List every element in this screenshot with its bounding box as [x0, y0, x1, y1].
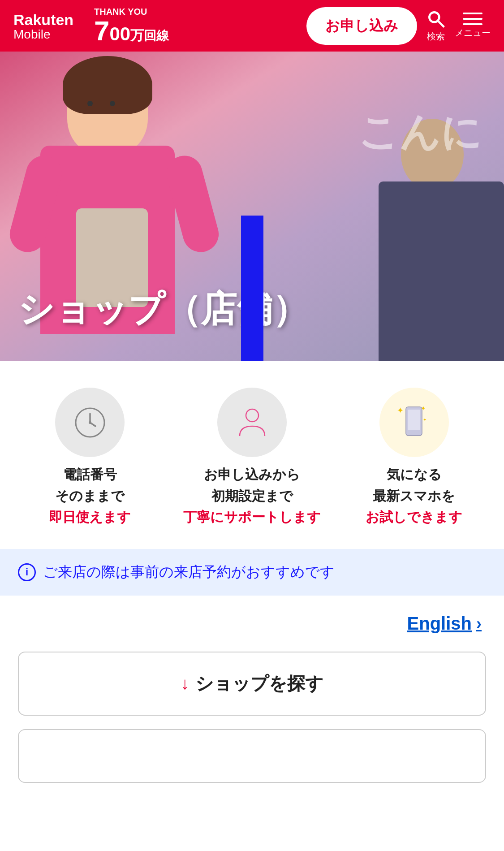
feature-phone-icon-circle: ✦ ✦ ✦ [379, 388, 449, 457]
second-box[interactable] [18, 729, 486, 783]
feature-phone-line3: 即日使えます [49, 508, 131, 527]
clock-icon [72, 405, 108, 441]
support-icon [234, 405, 270, 441]
menu-button[interactable]: メニュー [455, 13, 491, 39]
header: Rakuten Mobile THANK YOU 7 0 0 万 回線 お申し込… [0, 0, 504, 52]
svg-text:✦: ✦ [421, 405, 426, 412]
logo-area: Rakuten Mobile THANK YOU 7 0 0 万 回線 [13, 7, 169, 45]
rakuten-logo: Rakuten Mobile [13, 8, 90, 43]
sparkle-phone-icon: ✦ ✦ ✦ [396, 403, 432, 441]
feature-support-text: お申し込みから 初期設定まで 丁寧にサポートします [183, 465, 321, 527]
feature-phone-line2: そのままで [55, 487, 125, 505]
svg-text:✦: ✦ [423, 417, 426, 422]
feature-try-line3: お試しできます [366, 508, 462, 527]
feature-support: お申し込みから 初期設定まで 丁寧にサポートします [176, 388, 329, 527]
feature-phone-text: 電話番号 そのままで 即日使えます [49, 465, 131, 527]
svg-rect-4 [241, 216, 263, 361]
svg-point-10 [246, 409, 258, 422]
feature-support-line1: お申し込みから [204, 465, 300, 484]
chevron-right-icon: › [476, 614, 482, 633]
search-label: 検索 [427, 30, 445, 43]
konnichiwa-text: こんに [358, 105, 482, 160]
svg-text:✦: ✦ [397, 406, 404, 415]
english-label: English [407, 613, 472, 634]
feature-try-text: 気になる 最新スマホを お試しできます [366, 465, 462, 527]
header-actions: お申し込み 検索 メニュー [306, 7, 491, 45]
info-icon: i [18, 563, 36, 581]
feature-try-line1: 気になる [387, 465, 442, 484]
english-link[interactable]: English › [407, 613, 482, 634]
feature-try-line2: 最新スマホを [373, 487, 455, 505]
info-text: ご来店の際は事前の来店予約がおすすめです [43, 562, 335, 582]
feature-try-phone: ✦ ✦ ✦ 気になる 最新スマホを お試しできます [337, 388, 491, 527]
search-button[interactable]: 検索 [426, 9, 446, 43]
search-icon [426, 9, 446, 29]
svg-line-3 [439, 22, 444, 27]
feature-support-line3: 丁寧にサポートします [183, 508, 321, 527]
campaign-logo: THANK YOU 7 0 0 万 回線 [94, 7, 169, 45]
svg-point-2 [429, 12, 439, 22]
svg-text:Rakuten: Rakuten [13, 11, 73, 28]
feature-phone-line1: 電話番号 [63, 465, 117, 484]
campaign-number: 7 0 0 万 回線 [94, 17, 169, 45]
arrow-down-icon: ↓ [181, 674, 189, 693]
english-section: English › [0, 596, 504, 652]
shop-search-label: ショップを探す [195, 671, 323, 696]
svg-text:Mobile: Mobile [13, 27, 50, 41]
svg-rect-12 [408, 410, 420, 430]
info-banner: i ご来店の際は事前の来店予約がおすすめです [0, 549, 504, 596]
feature-clock-icon-circle [55, 388, 125, 457]
feature-phone-number: 電話番号 そのままで 即日使えます [13, 388, 167, 527]
hero-section: こんに ショップ（店舗） [0, 52, 504, 361]
hamburger-icon [463, 13, 482, 25]
shop-search-box[interactable]: ↓ ショップを探す [18, 652, 486, 716]
menu-label: メニュー [455, 27, 491, 39]
apply-button[interactable]: お申し込み [306, 7, 417, 45]
feature-support-icon-circle [217, 388, 287, 457]
features-section: 電話番号 そのままで 即日使えます お申し込みから 初期設定まで 丁寧にサポート… [0, 361, 504, 549]
blue-arrow-overlay [221, 216, 284, 361]
feature-support-line2: 初期設定まで [211, 487, 293, 505]
svg-point-9 [89, 421, 91, 424]
